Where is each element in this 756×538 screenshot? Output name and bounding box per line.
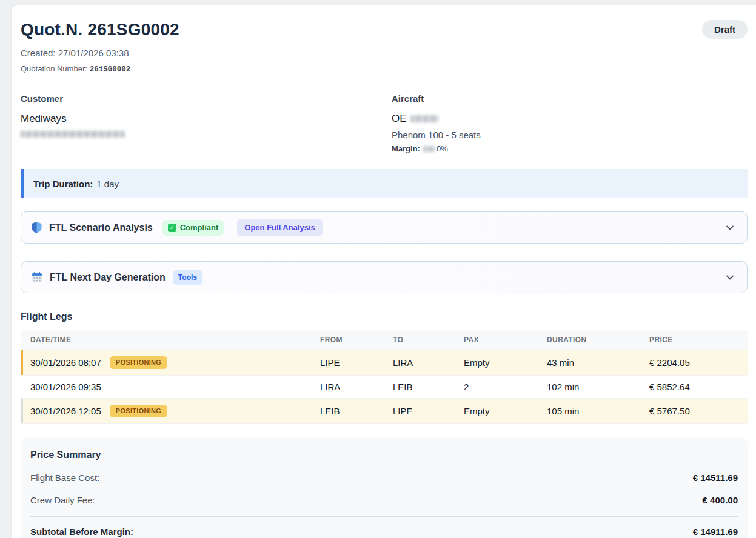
header: Quot.N. 261SG0002 Draft bbox=[21, 20, 748, 39]
tools-badge: Tools bbox=[173, 270, 202, 285]
positioning-badge: POSITIONING bbox=[110, 356, 167, 369]
margin-redacted bbox=[423, 146, 435, 152]
aircraft-margin-line: Margin: 0% bbox=[392, 144, 748, 153]
leg-duration: 105 min bbox=[547, 399, 649, 424]
leg-to: LIPE bbox=[393, 399, 464, 424]
table-row: 30/01/2026 08:07POSITIONING LIPE LIRA Em… bbox=[21, 350, 748, 376]
table-header-row: DATE/TIME FROM TO PAX DURATION PRICE bbox=[21, 330, 748, 350]
status-badge: Draft bbox=[702, 20, 748, 39]
price-summary-card: Price Summary Flight Base Cost: € 14511.… bbox=[21, 437, 748, 538]
subtotal-label: Subtotal Before Margin: bbox=[30, 526, 133, 537]
ftl-scenario-title: FTL Scenario Analysis bbox=[49, 222, 153, 233]
trip-duration-value: 1 day bbox=[96, 179, 119, 189]
quotation-number-line: Quotation Number:261SG0002 bbox=[21, 64, 748, 74]
table-row: 30/01/2026 12:05POSITIONING LEIB LIPE Em… bbox=[21, 399, 748, 424]
margin-visible: 0% bbox=[437, 144, 448, 153]
margin-label: Margin: bbox=[392, 144, 420, 153]
col-from: FROM bbox=[320, 330, 393, 350]
quotation-number-value: 261SG0002 bbox=[90, 65, 131, 74]
ftl-next-day-title: FTL Next Day Generation bbox=[50, 272, 166, 283]
price-line-label: Crew Daily Fee: bbox=[30, 495, 95, 505]
leg-duration: 102 min bbox=[547, 376, 649, 399]
leg-datetime: 30/01/2026 12:05 bbox=[30, 406, 101, 416]
subtotal-line: Subtotal Before Margin: € 14911.69 bbox=[30, 526, 738, 537]
aircraft-registration-prefix: OE bbox=[392, 113, 407, 125]
customer-email-redacted bbox=[21, 131, 125, 138]
aircraft-block: Aircraft OE Phenom 100 - 5 seats Margin:… bbox=[392, 93, 748, 153]
positioning-badge: POSITIONING bbox=[110, 405, 167, 417]
compliant-badge-label: Compliant bbox=[180, 224, 219, 231]
leg-from: LIRA bbox=[320, 376, 393, 399]
price-line: Crew Daily Fee: € 400.00 bbox=[30, 495, 738, 505]
subtotal-value: € 14911.69 bbox=[693, 526, 738, 537]
ftl-next-day-generation-bar[interactable]: FTL Next Day Generation Tools bbox=[21, 261, 748, 293]
quotation-card: Quot.N. 261SG0002 Draft Created: 27/01/2… bbox=[11, 5, 756, 538]
leg-price: € 2204.05 bbox=[649, 350, 748, 376]
leg-datetime: 30/01/2026 09:35 bbox=[30, 382, 101, 392]
leg-to: LIRA bbox=[393, 350, 464, 376]
compliant-badge: ✓ Compliant bbox=[162, 220, 224, 236]
table-row: 30/01/2026 09:35 LIRA LEIB 2 102 min € 5… bbox=[21, 376, 748, 399]
col-pax: PAX bbox=[464, 330, 547, 350]
col-datetime: DATE/TIME bbox=[21, 330, 320, 350]
aircraft-registration: OE bbox=[392, 113, 748, 125]
shield-icon bbox=[31, 221, 42, 234]
leg-pax: Empty bbox=[464, 350, 547, 376]
leg-pax: 2 bbox=[464, 376, 547, 399]
open-full-analysis-button[interactable]: Open Full Analysis bbox=[237, 219, 323, 236]
customer-name: Mediways bbox=[21, 113, 392, 125]
price-line: Flight Base Cost: € 14511.69 bbox=[30, 473, 738, 483]
price-line-value: € 14511.69 bbox=[693, 473, 738, 483]
chevron-down-icon[interactable] bbox=[725, 273, 735, 282]
leg-price: € 5852.64 bbox=[649, 376, 748, 399]
calendar-icon bbox=[31, 271, 43, 284]
customer-aircraft-section: Customer Mediways Aircraft OE Phenom 100… bbox=[21, 93, 748, 153]
aircraft-heading: Aircraft bbox=[392, 93, 748, 104]
check-icon: ✓ bbox=[168, 224, 176, 232]
chevron-down-icon[interactable] bbox=[725, 223, 735, 233]
aircraft-model: Phenom 100 - 5 seats bbox=[392, 130, 748, 140]
flight-legs-heading: Flight Legs bbox=[21, 311, 748, 322]
col-to: TO bbox=[393, 330, 464, 350]
col-duration: DURATION bbox=[547, 330, 649, 350]
leg-from: LIPE bbox=[320, 350, 393, 376]
page-title: Quot.N. 261SG0002 bbox=[21, 20, 179, 39]
created-timestamp: Created: 27/01/2026 03:38 bbox=[21, 48, 748, 58]
leg-to: LEIB bbox=[393, 376, 464, 399]
leg-from: LEIB bbox=[320, 399, 393, 424]
customer-heading: Customer bbox=[21, 93, 392, 104]
leg-duration: 43 min bbox=[547, 350, 649, 376]
ftl-scenario-analysis-bar[interactable]: FTL Scenario Analysis ✓ Compliant Open F… bbox=[21, 211, 748, 244]
price-line-value: € 400.00 bbox=[703, 495, 738, 505]
trip-duration-label: Trip Duration: bbox=[33, 179, 93, 189]
aircraft-registration-redacted bbox=[410, 115, 438, 122]
quotation-number-label: Quotation Number: bbox=[21, 64, 87, 73]
trip-duration-banner: Trip Duration: 1 day bbox=[21, 169, 748, 198]
leg-datetime: 30/01/2026 08:07 bbox=[30, 357, 101, 368]
flight-legs-table: DATE/TIME FROM TO PAX DURATION PRICE 30/… bbox=[21, 330, 748, 424]
col-price: PRICE bbox=[649, 330, 748, 350]
leg-pax: Empty bbox=[464, 399, 547, 424]
divider bbox=[30, 516, 738, 517]
price-summary-heading: Price Summary bbox=[30, 450, 738, 460]
leg-price: € 5767.50 bbox=[649, 399, 748, 424]
customer-block: Customer Mediways bbox=[21, 93, 392, 153]
price-line-label: Flight Base Cost: bbox=[30, 473, 99, 483]
